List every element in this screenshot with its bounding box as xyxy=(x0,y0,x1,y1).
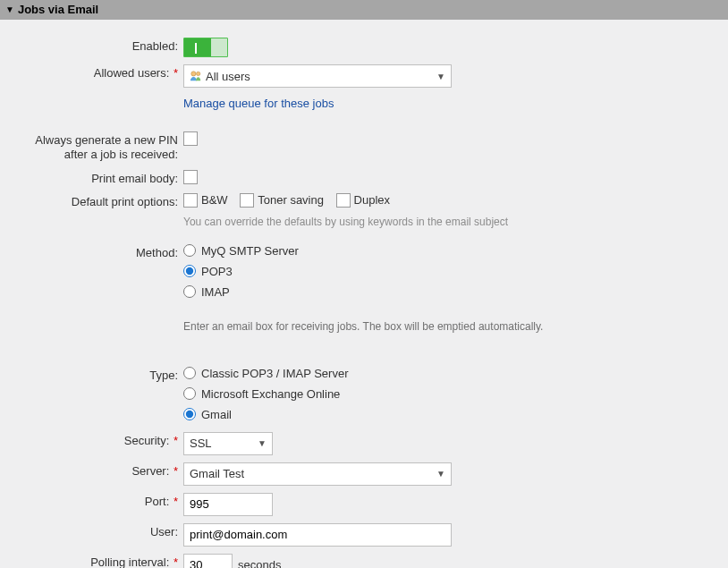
bw-label: B&W xyxy=(201,193,228,207)
polling-input[interactable] xyxy=(183,554,233,568)
type-gmail-option[interactable]: Gmail xyxy=(183,408,719,421)
allowed-users-value: All users xyxy=(206,70,250,83)
default-options-hint: You can override the defaults by using k… xyxy=(183,216,719,228)
section-title: Jobs via Email xyxy=(18,0,98,20)
duplex-checkbox[interactable] xyxy=(336,193,351,208)
required-mark: * xyxy=(174,464,178,478)
allowed-users-select[interactable]: All users ▼ xyxy=(183,64,452,88)
type-classic-option[interactable]: Classic POP3 / IMAP Server xyxy=(183,367,719,380)
polling-label: Polling interval: xyxy=(90,555,169,568)
type-label: Type: xyxy=(9,365,183,383)
method-pop3-option[interactable]: POP3 xyxy=(183,265,719,278)
chevron-down-icon: ▼ xyxy=(5,0,14,20)
security-select[interactable]: SSL ▼ xyxy=(183,432,273,455)
bw-option[interactable]: B&W xyxy=(183,193,228,208)
toner-label: Toner saving xyxy=(258,193,324,207)
enabled-label: Enabled: xyxy=(9,36,183,54)
chevron-down-icon: ▼ xyxy=(436,72,445,81)
polling-unit: seconds xyxy=(238,558,281,568)
always-pin-label: Always generate a new PIN after a job is… xyxy=(9,130,183,163)
port-input[interactable] xyxy=(183,493,273,516)
port-label: Port: xyxy=(145,495,169,508)
method-label: Method: xyxy=(9,242,183,260)
required-mark: * xyxy=(174,495,178,508)
server-label: Server: xyxy=(131,464,169,478)
type-classic-label: Classic POP3 / IMAP Server xyxy=(201,367,348,380)
user-input[interactable] xyxy=(183,523,452,547)
print-body-checkbox[interactable] xyxy=(183,170,198,184)
user-label: User: xyxy=(9,521,183,539)
duplex-label: Duplex xyxy=(354,193,390,207)
toner-checkbox[interactable] xyxy=(240,193,254,208)
method-imap-label: IMAP xyxy=(201,285,230,299)
server-select[interactable]: Gmail Test ▼ xyxy=(183,462,452,486)
print-body-label: Print email body: xyxy=(9,168,183,186)
toner-option[interactable]: Toner saving xyxy=(240,193,324,208)
required-mark: * xyxy=(174,66,178,80)
method-smtp-option[interactable]: MyQ SMTP Server xyxy=(183,244,719,258)
section-header[interactable]: ▼ Jobs via Email xyxy=(0,0,728,20)
default-options-label: Default print options: xyxy=(9,191,183,209)
server-value: Gmail Test xyxy=(190,467,244,480)
always-pin-checkbox[interactable] xyxy=(183,131,198,146)
type-exchange-label: Microsoft Exchange Online xyxy=(201,387,340,401)
svg-point-1 xyxy=(196,72,199,75)
enabled-toggle[interactable] xyxy=(183,38,228,57)
type-exchange-option[interactable]: Microsoft Exchange Online xyxy=(183,387,719,401)
method-pop3-label: POP3 xyxy=(201,265,233,278)
chevron-down-icon: ▼ xyxy=(258,438,267,448)
required-mark: * xyxy=(174,555,178,568)
duplex-option[interactable]: Duplex xyxy=(336,193,390,208)
method-hint: Enter an email box for receiving jobs. T… xyxy=(183,320,719,333)
bw-checkbox[interactable] xyxy=(183,193,198,208)
users-icon xyxy=(190,70,202,82)
security-label: Security: xyxy=(124,434,170,447)
type-gmail-label: Gmail xyxy=(201,408,232,421)
chevron-down-icon: ▼ xyxy=(436,469,445,479)
security-value: SSL xyxy=(190,437,212,450)
method-imap-option[interactable]: IMAP xyxy=(183,285,719,299)
manage-queue-link[interactable]: Manage queue for these jobs xyxy=(183,97,719,110)
allowed-users-label: Allowed users: xyxy=(94,66,170,80)
svg-point-0 xyxy=(191,72,196,76)
method-smtp-label: MyQ SMTP Server xyxy=(201,244,299,258)
required-mark: * xyxy=(174,434,178,447)
